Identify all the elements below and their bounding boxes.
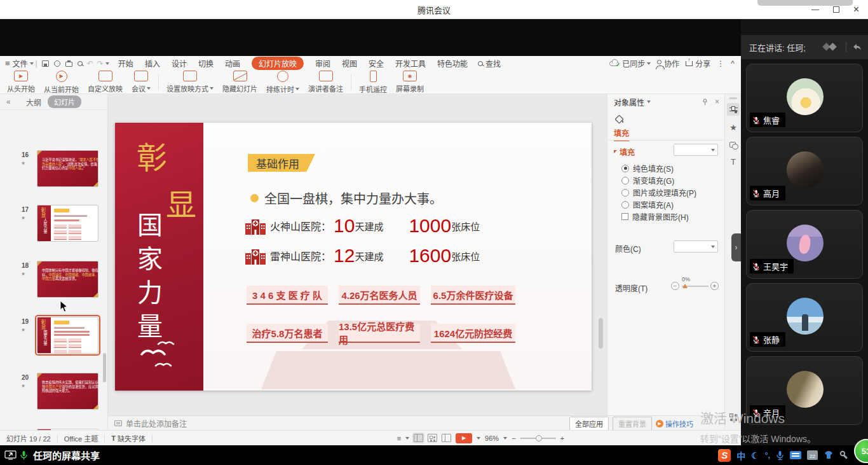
quickbar-caret-icon[interactable] <box>105 62 109 65</box>
reset-background-button[interactable]: 重置背景 <box>613 417 652 431</box>
participant-tile[interactable]: 高月 <box>746 137 863 205</box>
presenter-notes-button[interactable]: 演讲者备注 <box>304 71 348 94</box>
tab-outline[interactable]: 大纲 <box>26 97 41 108</box>
zoom-level[interactable]: 96% <box>485 434 499 442</box>
slideshow-play-button[interactable]: ▶ <box>456 433 472 443</box>
phone-remote-button[interactable]: 手机遥控 <box>355 71 391 94</box>
notes-toggle-icon[interactable]: ≡ <box>397 434 401 442</box>
slide-thumb-16[interactable]: 习近平总书记深情地说，“湖北人民不愧为英雄的人民”，“战胜这次疫情，给我们力量和… <box>37 150 98 187</box>
minimize-icon[interactable] <box>811 10 819 10</box>
ribbon-tab-animation[interactable]: 动画 <box>225 58 240 69</box>
collapse-panel-icon[interactable]: « <box>6 97 11 106</box>
from-beginning-button[interactable]: ▶从头开始 <box>3 71 39 94</box>
collaborate-button[interactable]: 协作 <box>657 58 679 69</box>
close-icon[interactable]: × <box>853 4 859 15</box>
participant-tile[interactable]: 张静 <box>746 283 863 352</box>
print-icon[interactable] <box>65 60 72 67</box>
screen-share-banner[interactable]: 任珂的屏幕共享 <box>33 448 100 462</box>
radio-picture-fill[interactable]: 图片或纹理填充(P) <box>621 187 696 198</box>
color-dropdown[interactable] <box>674 240 718 253</box>
more-icon[interactable]: ⋮ <box>717 59 724 68</box>
slide-canvas[interactable]: 彰 显 国家力量 基础作用 全国一盘棋，集中力量办大事。 <box>115 123 592 391</box>
checkbox-hide-background[interactable]: 隐藏背景图形(H) <box>621 211 689 222</box>
sogou-ime-icon[interactable]: S <box>718 449 731 462</box>
back-arrow-icon[interactable] <box>851 43 862 52</box>
ribbon-tab-design[interactable]: 设计 <box>172 58 187 69</box>
find-button[interactable]: 查找 <box>478 58 501 69</box>
notes-bar[interactable]: 单击此处添加备注 全部应用 重置背景 ▶操作技巧 <box>108 415 724 430</box>
ribbon-tab-devtools[interactable]: 开发工具 <box>395 58 426 69</box>
section-collapse-icon[interactable] <box>614 150 617 153</box>
zoom-in-icon[interactable]: + <box>560 434 564 442</box>
from-current-button[interactable]: ▶从当前开始 <box>39 71 83 94</box>
radio-gradient-fill[interactable]: 渐变填充(G) <box>621 175 674 186</box>
zoom-knob[interactable] <box>536 435 542 441</box>
strip-handle[interactable] <box>729 97 737 99</box>
ribbon-tab-slideshow[interactable]: 幻灯片放映 <box>252 57 304 70</box>
text-tool-icon[interactable]: T <box>727 155 740 168</box>
hide-slide-button[interactable]: 隐藏幻灯片 <box>218 71 262 94</box>
layout-grid-icon[interactable] <box>727 411 740 424</box>
layout-switch-icon[interactable] <box>822 42 841 52</box>
radio-pattern-fill[interactable]: 图案填充(A) <box>621 199 674 210</box>
slide-thumb-17[interactable]: 彰显人民力量 <box>37 205 98 242</box>
effects-star-icon[interactable]: ★ <box>727 121 740 134</box>
tab-slides[interactable]: 幻灯片 <box>48 95 81 108</box>
file-menu[interactable]: 文件 <box>13 58 28 69</box>
menu-icon[interactable]: ≡ <box>5 59 10 68</box>
increase-icon[interactable]: + <box>710 282 719 290</box>
decrease-icon[interactable]: − <box>671 282 679 290</box>
fill-style-dropdown[interactable] <box>674 144 718 156</box>
sidebar-scrollbar[interactable] <box>103 353 106 382</box>
slide-thumb-18[interactable]: 中国体制只有中国才能够做得到、做得好，中国速度、中国规模、中国效率、中国力量再次… <box>37 261 98 298</box>
tips-link[interactable]: ▶操作技巧 <box>656 419 693 429</box>
properties-strip-icon[interactable] <box>727 103 740 116</box>
rehearse-timing-button[interactable]: 排练计时 <box>262 71 304 94</box>
ribbon-tab-insert[interactable]: 插入 <box>145 58 160 69</box>
normal-view-icon[interactable] <box>414 434 423 442</box>
show-settings-button[interactable]: 设置放映方式 <box>162 71 218 94</box>
maximize-icon[interactable] <box>833 6 839 13</box>
punctuation-toggle-icon[interactable]: °, <box>765 451 770 460</box>
shapes-strip-icon[interactable] <box>727 139 740 151</box>
export-icon[interactable] <box>54 60 60 67</box>
slider-knob[interactable] <box>682 284 688 288</box>
slide-thumb-19-selected[interactable]: 彰显国家力量 <box>37 317 98 354</box>
ime-language-toggle[interactable]: 中 <box>736 449 745 462</box>
close-panel-icon[interactable]: × <box>715 97 719 106</box>
save-icon[interactable] <box>42 60 49 67</box>
editor-scrollbar[interactable] <box>599 318 603 349</box>
slide-thumb-20[interactable]: 抗击疫情的伟大实践，使我们深刻认识到中国共产党领导的显著优势，应对风险挑战的强大… <box>37 373 98 410</box>
participant-tile[interactable]: 焦睿 <box>746 64 863 132</box>
meeting-button[interactable]: 会议 <box>127 71 155 94</box>
custom-show-button[interactable]: 自定义放映 <box>83 71 127 94</box>
ime-toolbox-icon[interactable] <box>839 450 849 460</box>
soft-keyboard-icon[interactable] <box>790 451 801 459</box>
ime-user-badge[interactable]: 22 <box>807 450 818 460</box>
participant-tile[interactable]: 王昊宇 <box>746 210 863 279</box>
ribbon-tab-home[interactable]: 开始 <box>118 58 133 69</box>
undo-icon[interactable]: ↶ <box>87 59 93 68</box>
theme-name[interactable]: Office 主题 <box>64 433 98 443</box>
transparency-slider[interactable]: − 0% + <box>671 280 719 293</box>
meeting-top-toolbar-collapsed[interactable] <box>757 0 853 6</box>
slide-sorter-icon[interactable] <box>428 434 437 442</box>
ribbon-tab-review[interactable]: 审阅 <box>315 58 330 69</box>
ribbon-tab-security[interactable]: 安全 <box>369 58 384 69</box>
ribbon-tab-transition[interactable]: 切换 <box>198 58 214 69</box>
redo-icon[interactable]: ↷ <box>97 59 104 68</box>
screen-record-button[interactable]: ◉屏幕录制 <box>391 71 428 94</box>
halfwidth-moon-icon[interactable]: ☾ <box>751 450 759 461</box>
radio-solid-fill[interactable]: 纯色填充(S) <box>621 163 674 174</box>
apply-all-button[interactable]: 全部应用 <box>569 417 609 431</box>
zoom-slider[interactable] <box>520 438 556 439</box>
fill-tab[interactable]: 填充 <box>614 127 629 141</box>
pin-icon[interactable] <box>702 99 709 106</box>
participant-tile[interactable]: 辛月 <box>746 356 863 425</box>
zoom-out-icon[interactable]: − <box>512 434 515 442</box>
reading-view-icon[interactable] <box>442 434 451 442</box>
ribbon-tab-features[interactable]: 特色功能 <box>437 58 468 69</box>
ribbon-tab-view[interactable]: 视图 <box>342 58 357 69</box>
ime-skin-icon[interactable] <box>824 450 834 460</box>
synced-button[interactable]: ✓ 已同步 <box>609 58 651 69</box>
